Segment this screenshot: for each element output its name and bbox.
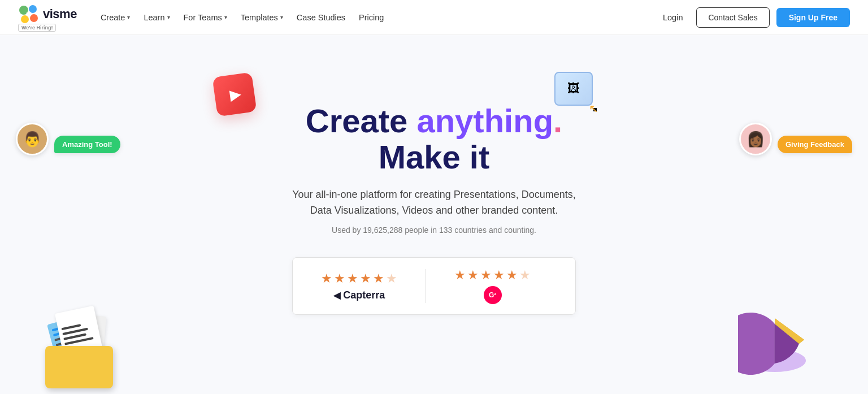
hero-users-count: Used by 19,625,288 people in 133 countri… <box>292 226 576 235</box>
star-empty: ★ <box>386 271 397 286</box>
star-4: ★ <box>493 268 505 283</box>
hero-content: Create anything. Make it Your all-in-one… <box>292 103 576 315</box>
logo-text: visme <box>43 7 77 21</box>
nav-item-case-studies[interactable]: Case Studies <box>291 8 351 27</box>
svg-point-4 <box>26 11 32 17</box>
nav-label-learn: Learn <box>144 13 164 22</box>
g2-stars: ★ ★ ★ ★ ★ ★ <box>454 268 531 283</box>
navbar: visme We're Hiring! Create ▾ Learn ▾ For… <box>0 0 868 35</box>
star-3: ★ <box>347 271 358 286</box>
chevron-down-icon: ▾ <box>167 14 170 20</box>
nav-item-pricing[interactable]: Pricing <box>353 8 389 27</box>
speech-bubble-right: Giving Feedback <box>778 136 852 153</box>
chevron-down-icon: ▾ <box>224 14 227 20</box>
nav-label-case-studies: Case Studies <box>297 13 345 22</box>
user-bubble-left: 👨 Amazing Tool! <box>16 123 120 155</box>
hero-title-anything: anything <box>416 102 553 139</box>
hiring-badge: We're Hiring! <box>18 24 56 32</box>
star-3: ★ <box>480 268 492 283</box>
folder-body <box>45 346 113 388</box>
hero-title-makeit: Make it <box>379 138 490 175</box>
folder-3d-icon <box>45 326 119 388</box>
nav-label-for-teams: For Teams <box>184 13 222 22</box>
star-empty: ★ <box>519 268 531 283</box>
ratings-section: ★ ★ ★ ★ ★ ★ ◀ Capterra ★ ★ ★ <box>292 257 576 315</box>
avatar-right: 👩🏾 <box>739 123 772 155</box>
login-button[interactable]: Login <box>656 8 689 27</box>
nav-item-learn[interactable]: Learn ▾ <box>138 8 175 27</box>
star-2: ★ <box>467 268 479 283</box>
chevron-down-icon: ▾ <box>280 14 283 20</box>
capterra-stars: ★ ★ ★ ★ ★ ★ <box>321 271 397 286</box>
pie-chart-icon <box>738 313 811 380</box>
g2-rating: ★ ★ ★ ★ ★ ★ G² <box>426 258 559 314</box>
hero-title-period: . <box>553 102 562 139</box>
star-2: ★ <box>334 271 345 286</box>
star-half: ★ <box>506 268 518 283</box>
g2-logo: G² <box>484 286 502 304</box>
signup-button[interactable]: Sign Up Free <box>776 8 850 27</box>
speech-bubble-left: Amazing Tool! <box>54 136 120 153</box>
capterra-logo: ◀ Capterra <box>333 289 385 301</box>
capterra-arrow-icon: ◀ <box>333 290 340 301</box>
nav-item-for-teams[interactable]: For Teams ▾ <box>178 8 233 27</box>
play-icon <box>212 72 257 116</box>
nav-item-create[interactable]: Create ▾ <box>95 8 136 27</box>
image-placeholder-icon <box>554 72 593 106</box>
nav-label-templates: Templates <box>241 13 278 22</box>
avatar-left: 👨 <box>16 123 49 155</box>
visme-logo-icon <box>18 3 40 25</box>
g2-badge-icon: G² <box>484 286 502 304</box>
hero-section: 👨 Amazing Tool! Giving Feedback 👩🏾 Creat… <box>0 35 868 394</box>
user-bubble-right: Giving Feedback 👩🏾 <box>739 123 852 155</box>
logo-wrapper: visme We're Hiring! <box>18 3 77 32</box>
navbar-right: Login Contact Sales Sign Up Free <box>656 7 850 28</box>
nav-label-create: Create <box>101 13 125 22</box>
star-1: ★ <box>454 268 466 283</box>
folder-decoration <box>45 326 119 388</box>
contact-sales-button[interactable]: Contact Sales <box>696 7 769 28</box>
logo[interactable]: visme <box>18 3 77 25</box>
pie-chart-decoration <box>738 313 811 383</box>
hero-title: Create anything. Make it <box>292 103 576 175</box>
star-4: ★ <box>360 271 371 286</box>
cursor-icon <box>593 108 597 111</box>
hero-title-create: Create <box>306 102 417 139</box>
nav-item-templates[interactable]: Templates ▾ <box>235 8 289 27</box>
capterra-label: Capterra <box>343 289 385 301</box>
star-1: ★ <box>321 271 332 286</box>
play-icon-decoration <box>215 75 254 114</box>
navbar-left: visme We're Hiring! Create ▾ Learn ▾ For… <box>18 3 389 32</box>
star-half: ★ <box>373 271 384 286</box>
hero-subtitle: Your all-in-one platform for creating Pr… <box>292 187 576 219</box>
chevron-down-icon: ▾ <box>127 14 130 20</box>
nav-links: Create ▾ Learn ▾ For Teams ▾ Templates ▾… <box>95 8 390 27</box>
nav-label-pricing: Pricing <box>359 13 384 22</box>
capterra-rating: ★ ★ ★ ★ ★ ★ ◀ Capterra <box>293 261 426 311</box>
